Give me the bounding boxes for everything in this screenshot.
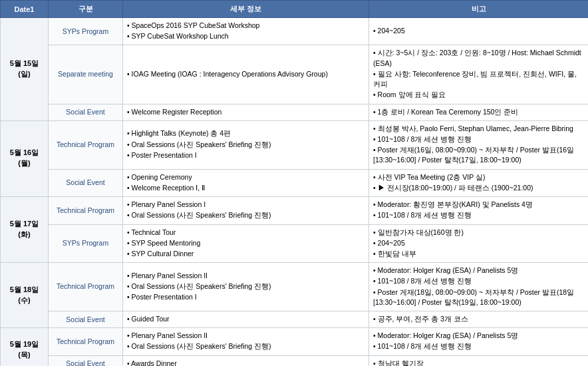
note-item: 101~108 / 8개 세션 병행 진행 (373, 134, 584, 144)
detail-cell: Opening CeremonyWelcome Reception Ⅰ, Ⅱ (123, 169, 369, 196)
note-item: 1층 로비 / Korean Tea Ceremony 150인 준비 (373, 107, 584, 117)
note-item: 청남대 헬기장 (373, 359, 584, 366)
category-cell: Social Event (49, 355, 123, 366)
detail-cell: Highlight Talks (Keynote) 총 4편Oral Sessi… (123, 120, 369, 169)
detail-item: Guided Tour (127, 314, 365, 324)
category-cell: Social Event (49, 104, 123, 120)
note-item: 101~108 / 8개 세션 병행 진행 (373, 210, 584, 220)
note-cell: 1층 로비 / Korean Tea Ceremony 150인 준비 (369, 104, 589, 120)
detail-item: Opening Ceremony (127, 172, 365, 182)
category-cell: Technical Program (49, 120, 123, 169)
table-row: Social EventAwards Dinner청남대 헬기장 (1, 355, 589, 366)
table-row: Social EventWelcome Register Reception1층… (1, 104, 589, 120)
header-detail: 세부 정보 (123, 1, 369, 18)
detail-item: SpaceOps 2016 SYP CubeSat Workshop (127, 21, 365, 31)
note-item: 일반참가자 대상(160명 한) (373, 228, 584, 238)
table-row: 5월 17일(화)Technical ProgramPlenary Panel … (1, 197, 589, 224)
category-cell: Technical Program (49, 328, 123, 355)
table-row: Social EventGuided Tour공주, 부여, 전주 총 3개 코… (1, 311, 589, 328)
note-cell: Moderator: Holger Krag (ESA) / Panelists… (369, 263, 589, 311)
note-cell: 일반참가자 대상(160명 한)204~205한빛담 내부 (369, 224, 589, 263)
detail-cell: Plenary Panel Session IIOral Sessions (사… (123, 328, 369, 355)
category-cell: Social Event (49, 311, 123, 328)
note-item: 204~205 (373, 26, 584, 36)
date-cell: 5월 19일(목) (1, 328, 49, 366)
category-cell: Social Event (49, 169, 123, 196)
table-row: Social EventOpening CeremonyWelcome Rece… (1, 169, 589, 196)
table-row: 5월 15일(일)SYPs ProgramSpaceOps 2016 SYP C… (1, 18, 589, 45)
table-row: 5월 16일(월)Technical ProgramHighlight Talk… (1, 120, 589, 169)
note-item: 필요 사항: Teleconference 장비, 빔 프로젝터, 진회선, W… (373, 69, 584, 89)
note-item: Poster 게재(18일, 08:00~09:00) ~ 저자부착 / Pos… (373, 287, 584, 307)
detail-item: Oral Sessions (사진 Speakers' Briefing 진행) (127, 210, 365, 220)
note-item: 한빛담 내부 (373, 249, 584, 259)
date-cell: 5월 17일(화) (1, 197, 49, 263)
note-item: Moderator: 황진영 본부장(KARI) 및 Panelists 4명 (373, 200, 584, 210)
detail-cell: Plenary Panel Session IOral Sessions (사진… (123, 197, 369, 224)
note-cell: 공주, 부여, 전주 총 3개 코스 (369, 311, 589, 328)
detail-item: Awards Dinner (127, 359, 365, 366)
schedule-table: Date1 구분 세부 정보 비고 5월 15일(일)SYPs ProgramS… (0, 0, 588, 366)
detail-cell: Technical TourSYP Speed MentoringSYP Cul… (123, 224, 369, 263)
detail-cell: Plenary Panel Session IIOral Sessions (사… (123, 263, 369, 311)
detail-item: Plenary Panel Session I (127, 200, 365, 210)
table-row: 5월 19일(목)Technical ProgramPlenary Panel … (1, 328, 589, 355)
detail-cell: SpaceOps 2016 SYP CubeSat WorkshopSYP Cu… (123, 18, 369, 45)
note-item: 204~205 (373, 238, 584, 248)
date-cell: 5월 18일(수) (1, 263, 49, 328)
note-item: Poster 게재(16일, 08:00~09:00) ~ 저자부착 / Pos… (373, 145, 584, 165)
detail-item: Oral Sessions (사진 Speakers' Briefing 진행) (127, 341, 365, 351)
table-row: 5월 18일(수)Technical ProgramPlenary Panel … (1, 263, 589, 311)
category-cell: SYPs Program (49, 224, 123, 263)
note-item: Moderator: Holger Krag (ESA) / Panelists… (373, 331, 584, 341)
note-cell: 시간: 3~5시 / 장소: 203호 / 인원: 8~10명 / Host: … (369, 45, 589, 104)
date-cell: 5월 16일(월) (1, 120, 49, 196)
detail-item: SYP Speed Mentoring (127, 238, 365, 248)
note-item: 시간: 3~5시 / 장소: 203호 / 인원: 8~10명 / Host: … (373, 48, 584, 68)
detail-item: Oral Sessions (사진 Speakers' Briefing 진행) (127, 281, 365, 291)
note-item: ▶ 전시장(18:00~19:00) / 파 테랜스 (1900~21:00) (373, 183, 584, 193)
detail-item: SYP Cultural Dinner (127, 249, 365, 259)
detail-cell: Guided Tour (123, 311, 369, 328)
header-date: Date1 (1, 1, 49, 18)
note-item: 공주, 부여, 전주 총 3개 코스 (373, 314, 584, 324)
detail-cell: Welcome Register Reception (123, 104, 369, 120)
detail-item: Oral Sessions (사진 Speakers' Briefing 진행) (127, 140, 365, 150)
note-cell: 사전 VIP Tea Meeting (2층 VIP 실)▶ 전시장(18:00… (369, 169, 589, 196)
schedule-table-container: Date1 구분 세부 정보 비고 5월 15일(일)SYPs ProgramS… (0, 0, 588, 366)
note-item: Moderator: Holger Krag (ESA) / Panelists… (373, 266, 584, 275)
detail-item: Plenary Panel Session II (127, 331, 365, 341)
note-item: 사전 VIP Tea Meeting (2층 VIP 실) (373, 172, 584, 182)
detail-item: Welcome Register Reception (127, 107, 365, 117)
category-cell: Separate meeting (49, 45, 123, 104)
detail-item: Plenary Panel Session II (127, 271, 365, 281)
table-row: SYPs ProgramTechnical TourSYP Speed Ment… (1, 224, 589, 263)
note-cell: 최성봉 박사, Paolo Ferri, Stephan Ulamec, Jea… (369, 120, 589, 169)
category-cell: Technical Program (49, 197, 123, 224)
note-cell: Moderator: 황진영 본부장(KARI) 및 Panelists 4명1… (369, 197, 589, 224)
category-cell: Technical Program (49, 263, 123, 311)
header-note: 비고 (369, 1, 589, 18)
note-item: 최성봉 박사, Paolo Ferri, Stephan Ulamec, Jea… (373, 124, 584, 134)
table-row: Separate meetingIOAG Meeting (IOAG : Int… (1, 45, 589, 104)
note-cell: 청남대 헬기장 (369, 355, 589, 366)
header-category: 구분 (49, 1, 123, 18)
detail-item: SYP CubeSat Workshop Lunch (127, 31, 365, 41)
note-item: Room 앞에 표식 필요 (373, 90, 584, 100)
detail-item: Poster Presentation I (127, 150, 365, 160)
note-item: 101~108 / 8개 세션 병행 진행 (373, 341, 584, 351)
detail-item: Poster Presentation I (127, 292, 365, 302)
detail-item: IOAG Meeting (IOAG : Interagency Operati… (127, 69, 365, 79)
category-cell: SYPs Program (49, 18, 123, 45)
note-item: 101~108 / 8개 세션 병행 진행 (373, 276, 584, 286)
note-cell: Moderator: Holger Krag (ESA) / Panelists… (369, 328, 589, 355)
date-cell: 5월 15일(일) (1, 18, 49, 121)
detail-item: Welcome Reception Ⅰ, Ⅱ (127, 183, 365, 193)
detail-item: Highlight Talks (Keynote) 총 4편 (127, 128, 365, 138)
note-cell: 204~205 (369, 18, 589, 45)
detail-cell: Awards Dinner (123, 355, 369, 366)
detail-cell: IOAG Meeting (IOAG : Interagency Operati… (123, 45, 369, 104)
detail-item: Technical Tour (127, 228, 365, 238)
